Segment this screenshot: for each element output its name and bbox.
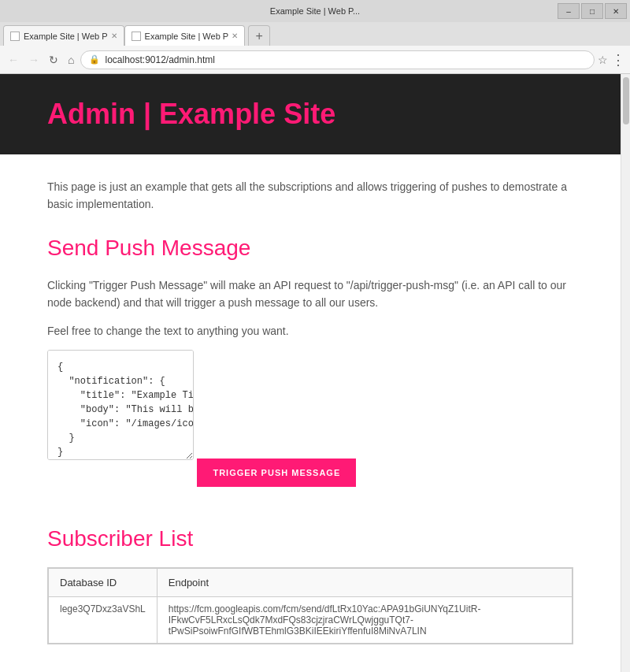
push-section-description: Clicking "Trigger Push Message" will mak… [47, 277, 573, 312]
tab-2[interactable]: Example Site | Web P ✕ [124, 25, 246, 46]
page-viewport: Admin | Example Site This page is just a… [0, 74, 630, 672]
col-header-endpoint: Endpoint [157, 568, 572, 596]
table-body: lege3Q7Dxz3aVShL https://fcm.googleapis.… [49, 596, 573, 643]
tabs-area: Example Site | Web P ✕ Example Site | We… [0, 22, 630, 46]
table-header: Database ID Endpoint [49, 568, 573, 596]
push-message-editor[interactable]: { "notification": { "title": "Example Ti… [47, 350, 194, 460]
home-button[interactable]: ⌂ [65, 52, 77, 68]
content-area: This page is just an example that gets a… [0, 154, 621, 668]
address-bar[interactable]: 🔒 localhost:9012/admin.html [80, 50, 595, 69]
reload-button[interactable]: ↻ [46, 52, 61, 68]
scrollbar[interactable] [621, 74, 630, 672]
tab-1-close[interactable]: ✕ [111, 32, 117, 40]
browser-chrome: Example Site | Web P... – □ ✕ Example Si… [0, 0, 630, 74]
window-controls: – □ ✕ [558, 3, 627, 19]
subscriber-section: Subscriber List Database ID Endpoint leg… [47, 526, 573, 644]
url-text: localhost:9012/admin.html [105, 54, 214, 65]
tab-1[interactable]: Example Site | Web P ✕ [3, 25, 124, 46]
browser-menu-icon[interactable]: ⋮ [611, 53, 625, 67]
back-button[interactable]: ← [5, 52, 22, 68]
table-header-row: Database ID Endpoint [49, 568, 573, 596]
close-button[interactable]: ✕ [605, 3, 627, 19]
page-title: Admin | Example Site [47, 98, 573, 131]
lock-icon: 🔒 [89, 54, 100, 65]
trigger-push-button[interactable]: TRIGGER PUSH MESSAGE [197, 459, 356, 487]
intro-text: This page is just an example that gets a… [47, 178, 573, 213]
title-bar-text: Example Site | Web P... [270, 6, 360, 16]
site-header: Admin | Example Site [0, 74, 621, 154]
bookmark-star-icon[interactable]: ☆ [598, 54, 608, 66]
tab-2-label: Example Site | Web P [145, 32, 229, 41]
change-text-note: Feel free to change the text to anything… [47, 325, 573, 337]
title-bar: Example Site | Web P... – □ ✕ [0, 0, 630, 22]
tab-2-favicon [132, 32, 141, 41]
page-content: Admin | Example Site This page is just a… [0, 74, 630, 668]
tab-2-close[interactable]: ✕ [232, 32, 238, 40]
subscriber-table-container: Database ID Endpoint lege3Q7Dxz3aVShL ht… [47, 567, 573, 644]
maximize-button[interactable]: □ [581, 3, 603, 19]
subscriber-table: Database ID Endpoint lege3Q7Dxz3aVShL ht… [48, 568, 573, 644]
push-section-title: Send Push Message [47, 236, 573, 261]
tab-1-label: Example Site | Web P [24, 32, 108, 41]
col-header-db-id: Database ID [49, 568, 158, 596]
table-row: lege3Q7Dxz3aVShL https://fcm.googleapis.… [49, 596, 573, 643]
subscriber-section-title: Subscriber List [47, 526, 573, 551]
tab-1-favicon [10, 32, 20, 41]
forward-button[interactable]: → [25, 52, 43, 68]
cell-endpoint: https://fcm.googleapis.com/fcm/send/dfLt… [157, 596, 572, 643]
minimize-button[interactable]: – [558, 3, 580, 19]
cell-db-id: lege3Q7Dxz3aVShL [49, 596, 158, 643]
scrollbar-thumb[interactable] [623, 77, 629, 124]
nav-bar: ← → ↻ ⌂ 🔒 localhost:9012/admin.html ☆ ⋮ [0, 46, 630, 74]
new-tab-button[interactable]: + [248, 25, 270, 46]
